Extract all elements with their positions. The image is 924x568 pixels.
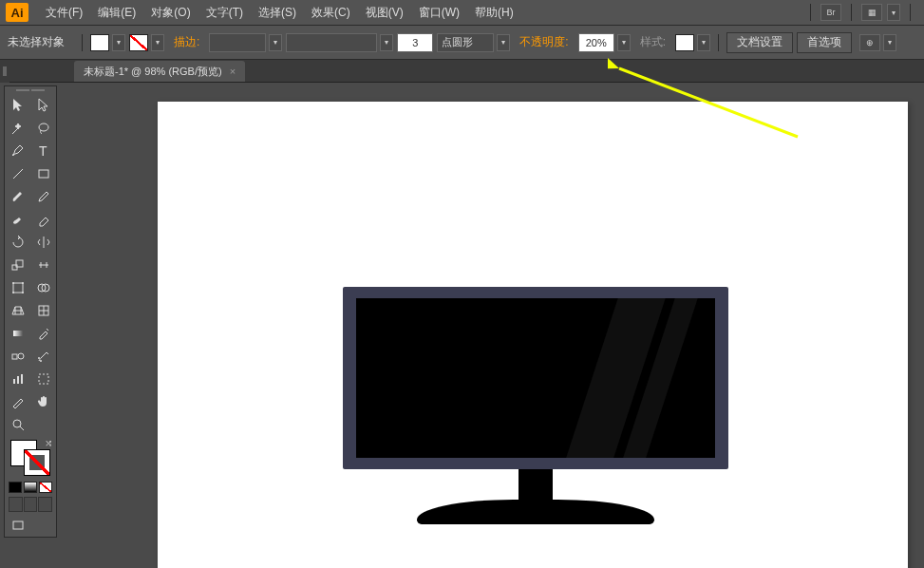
document-setup-button[interactable]: 文档设置 [726,32,793,53]
type-tool[interactable]: T [30,140,56,162]
stroke-swatch[interactable] [129,34,148,51]
monitor-screen [356,298,715,458]
direct-selection-tool[interactable] [30,94,56,117]
perspective-grid-tool[interactable] [5,299,30,322]
panel-collapse-handle[interactable] [0,60,9,83]
lasso-tool[interactable] [30,117,56,140]
align-panel-icon[interactable]: ⊕ [859,34,880,51]
selection-status: 未选择对象 [8,34,65,50]
svg-point-7 [12,282,14,284]
svg-point-8 [22,282,24,284]
canvas-area[interactable] [74,83,922,566]
hand-tool[interactable] [30,390,56,413]
svg-rect-15 [12,354,17,359]
toolbox-grip[interactable] [5,86,56,94]
fill-swatch[interactable] [90,34,109,51]
rectangle-tool[interactable] [30,162,56,185]
mesh-tool[interactable] [30,299,56,322]
toolbox: T [4,85,57,538]
preferences-button[interactable]: 首选项 [797,32,852,53]
brush-dropdown[interactable]: ▾ [380,34,393,51]
empty-tool-slot [30,514,56,537]
eraser-tool[interactable] [30,208,56,231]
opacity-input[interactable] [578,33,614,52]
menu-window[interactable]: 窗口(W) [411,5,467,21]
stroke-points-input[interactable] [397,33,433,52]
graphic-style-dropdown[interactable]: ▾ [697,34,710,51]
graphic-style-swatch[interactable] [675,34,694,51]
menu-help[interactable]: 帮助(H) [467,5,521,21]
color-mode-solid[interactable] [9,482,22,493]
pencil-tool[interactable] [30,185,56,208]
menu-bar: Ai 文件(F) 编辑(E) 对象(O) 文字(T) 选择(S) 效果(C) 视… [0,0,924,26]
reflect-tool[interactable] [30,231,56,254]
paintbrush-tool[interactable] [5,185,30,208]
magic-wand-tool[interactable] [5,117,30,140]
svg-point-18 [40,360,42,362]
line-tool[interactable] [5,162,30,185]
width-tool[interactable] [30,254,56,276]
document-tab[interactable]: 未标题-1* @ 98% (RGB/预览) × [74,61,245,82]
monitor-base [417,500,654,524]
gradient-tool[interactable] [5,322,30,345]
draw-inside[interactable] [38,497,52,512]
artboard[interactable] [158,102,908,568]
svg-point-10 [22,292,24,293]
monitor-neck [519,469,553,503]
stroke-style-combo[interactable]: 点圆形 [437,33,494,52]
brush-combo[interactable] [286,33,377,52]
close-tab-icon[interactable]: × [230,66,236,77]
svg-point-17 [38,357,40,359]
menu-text[interactable]: 文字(T) [198,5,251,21]
screen-mode-tool[interactable] [5,514,30,537]
selection-tool[interactable] [5,94,30,117]
svg-text:T: T [39,143,47,159]
opacity-dropdown[interactable]: ▾ [617,34,631,51]
swap-fill-stroke-icon[interactable]: ⤭ [45,438,52,448]
svg-rect-19 [13,379,15,384]
artwork-monitor[interactable] [343,287,728,469]
layout-icon[interactable]: ▦ [861,4,882,21]
color-mode-none[interactable] [39,482,52,493]
bridge-icon[interactable]: Br [820,4,841,21]
opacity-label: 不透明度: [519,34,568,50]
divider [910,4,911,21]
menu-file[interactable]: 文件(F) [38,5,90,21]
draw-behind[interactable] [24,497,38,512]
control-bar: 未选择对象 ▾ ▾ 描边: ▾ ▾ 点圆形 ▾ 不透明度: ▾ 样式: ▾ 文档… [0,26,924,60]
menu-effect[interactable]: 效果(C) [304,5,358,21]
fill-dropdown[interactable]: ▾ [112,34,125,51]
document-tab-bar: 未标题-1* @ 98% (RGB/预览) × [0,60,924,83]
blob-brush-tool[interactable] [5,208,30,231]
draw-normal[interactable] [9,497,23,512]
stroke-indicator[interactable] [24,449,50,476]
artboard-tool[interactable] [30,368,56,390]
stroke-weight-combo[interactable] [209,33,266,52]
menu-view[interactable]: 视图(V) [358,5,411,21]
color-mode-row [5,480,56,495]
stroke-dropdown[interactable]: ▾ [151,34,164,51]
symbol-sprayer-tool[interactable] [30,345,56,368]
zoom-tool[interactable] [5,413,30,436]
svg-line-24 [20,426,24,430]
stroke-style-dropdown[interactable]: ▾ [497,34,510,51]
fill-stroke-indicator[interactable]: ⤭ [5,436,56,480]
empty-tool-slot [30,413,56,436]
scale-tool[interactable] [5,254,30,276]
column-graph-tool[interactable] [5,368,30,390]
svg-point-16 [18,353,24,359]
eyedropper-tool[interactable] [30,322,56,345]
blend-tool[interactable] [5,345,30,368]
shape-builder-tool[interactable] [30,276,56,299]
free-transform-tool[interactable] [5,276,30,299]
menu-object[interactable]: 对象(O) [143,5,198,21]
color-mode-gradient[interactable] [24,482,37,493]
rotate-tool[interactable] [5,231,30,254]
align-dropdown[interactable]: ▾ [883,34,896,51]
layout-dropdown[interactable]: ▾ [887,4,900,21]
menu-edit[interactable]: 编辑(E) [90,5,143,21]
stroke-weight-dropdown[interactable]: ▾ [269,34,282,51]
pen-tool[interactable] [5,140,30,162]
slice-tool[interactable] [5,390,30,413]
menu-select[interactable]: 选择(S) [251,5,304,21]
